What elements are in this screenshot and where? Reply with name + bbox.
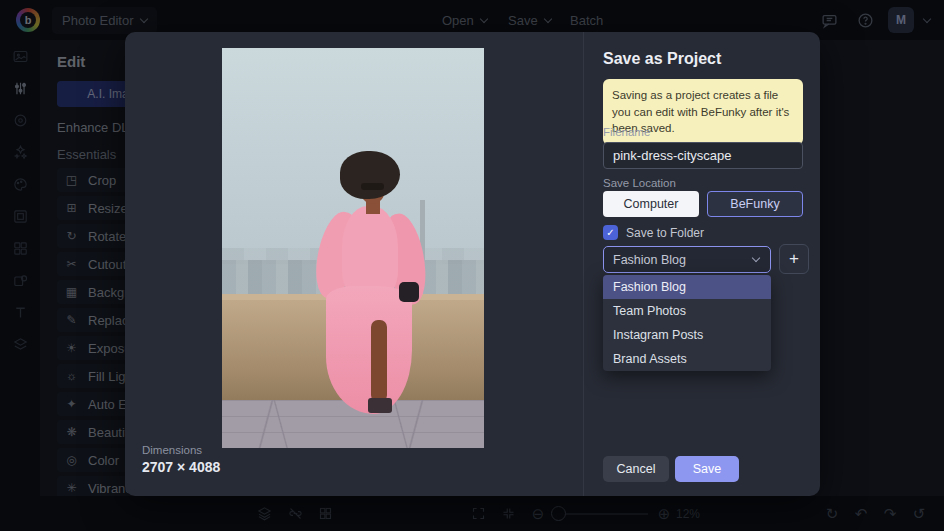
modal-title: Save as Project bbox=[603, 50, 721, 68]
folder-option-instagram-posts[interactable]: Instagram Posts bbox=[603, 323, 771, 347]
filename-input[interactable] bbox=[603, 142, 803, 169]
save-to-folder-row[interactable]: ✓ Save to Folder bbox=[603, 225, 704, 240]
app-window: b Photo Editor Open Save Batch bbox=[0, 0, 944, 531]
folder-option-team-photos[interactable]: Team Photos bbox=[603, 299, 771, 323]
save-location-label: Save Location bbox=[603, 177, 676, 189]
folder-select-value: Fashion Blog bbox=[613, 253, 753, 267]
folder-select[interactable]: Fashion Blog bbox=[603, 246, 771, 273]
save-to-folder-label: Save to Folder bbox=[626, 226, 704, 240]
cancel-button[interactable]: Cancel bbox=[603, 456, 669, 482]
add-folder-button[interactable]: + bbox=[779, 244, 809, 274]
filename-label: Filename bbox=[603, 126, 650, 138]
save-as-project-modal: Dimensions 2707 × 4088 Save as Project S… bbox=[125, 32, 820, 496]
dimensions-value: 2707 × 4088 bbox=[142, 459, 220, 475]
folder-option-brand-assets[interactable]: Brand Assets bbox=[603, 347, 771, 371]
dimensions-label: Dimensions bbox=[142, 444, 220, 456]
modal-divider bbox=[583, 32, 584, 496]
folder-dropdown-menu: Fashion Blog Team Photos Instagram Posts… bbox=[603, 275, 771, 371]
folder-option-fashion-blog[interactable]: Fashion Blog bbox=[603, 275, 771, 299]
location-befunky-button[interactable]: BeFunky bbox=[707, 191, 803, 217]
dimensions-info: Dimensions 2707 × 4088 bbox=[142, 444, 220, 475]
save-options-pane: Save as Project Saving as a project crea… bbox=[603, 32, 803, 496]
save-button[interactable]: Save bbox=[675, 456, 739, 482]
save-to-folder-checkbox[interactable]: ✓ bbox=[603, 225, 618, 240]
chevron-down-icon bbox=[752, 254, 760, 262]
image-preview bbox=[222, 48, 484, 448]
location-computer-button[interactable]: Computer bbox=[603, 191, 699, 217]
